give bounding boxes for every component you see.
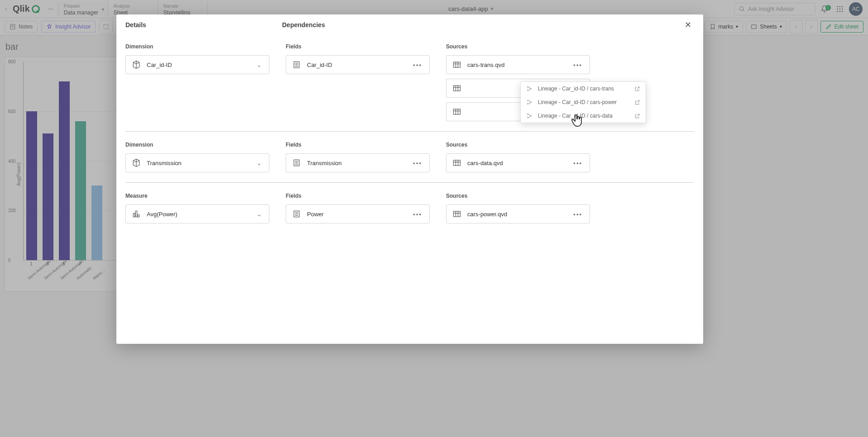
measure-icon xyxy=(131,209,141,219)
dimension-card[interactable]: Transmission⌄ xyxy=(125,153,269,172)
open-external-icon[interactable] xyxy=(634,86,640,92)
field-icon xyxy=(292,60,302,70)
card-text: Power xyxy=(307,211,406,218)
field-card[interactable]: Transmission••• xyxy=(286,153,430,172)
cube-icon xyxy=(131,60,141,70)
card-text: Transmission xyxy=(307,160,406,166)
lineage-text: Lineage - Car_id-ID / cars-data xyxy=(538,113,630,119)
table-icon xyxy=(452,158,462,168)
source-card[interactable]: cars-data.qvd••• xyxy=(446,153,590,172)
fields-label: Fields xyxy=(286,43,430,50)
lineage-popup: Lineage - Car_id-ID / cars-transLineage … xyxy=(520,81,646,123)
lineage-menu-item[interactable]: Lineage - Car_id-ID / cars-trans xyxy=(521,82,646,95)
card-text: cars-data.qvd xyxy=(467,160,566,166)
svg-rect-20 xyxy=(454,62,460,67)
lineage-icon xyxy=(526,113,533,119)
svg-rect-24 xyxy=(454,86,460,91)
lineage-text: Lineage - Car_id-ID / cars-trans xyxy=(538,86,630,92)
measure-card[interactable]: Avg(Power)⌄ xyxy=(125,204,269,223)
dimension-card[interactable]: Car_id-ID⌄ xyxy=(125,55,269,74)
source-more-button[interactable]: ••• xyxy=(571,60,584,70)
lineage-icon xyxy=(526,99,533,105)
svg-point-55 xyxy=(527,117,528,118)
fields-label: Fields xyxy=(286,142,430,148)
fields-label: Fields xyxy=(286,193,430,199)
dialog-details-label: Details xyxy=(125,21,282,28)
svg-point-48 xyxy=(527,86,528,87)
source-card[interactable]: cars-trans.qvd••• xyxy=(446,55,590,74)
svg-point-52 xyxy=(527,103,528,104)
lineage-text: Lineage - Car_id-ID / cars-power xyxy=(538,99,630,105)
card-text: Car_id-ID xyxy=(307,62,406,68)
dialog-body: DimensionCar_id-ID⌄FieldsCar_id-ID•••Sou… xyxy=(116,35,703,242)
card-text: cars-power.qvd xyxy=(467,211,566,218)
svg-point-51 xyxy=(527,100,528,101)
lineage-menu-item[interactable]: Lineage - Car_id-ID / cars-data xyxy=(521,109,646,123)
source-more-button[interactable]: ••• xyxy=(571,209,584,219)
open-external-icon[interactable] xyxy=(634,100,640,105)
svg-point-49 xyxy=(527,90,528,90)
field-card[interactable]: Power••• xyxy=(286,204,430,223)
source-card[interactable]: cars-power.qvd••• xyxy=(446,204,590,223)
chevron-down-icon[interactable]: ⌄ xyxy=(255,60,264,70)
sources-label: Sources xyxy=(446,193,590,199)
svg-rect-44 xyxy=(454,211,460,217)
dimension-label: Dimension xyxy=(125,142,269,148)
dialog-dependencies-label: Dependencies xyxy=(282,21,325,28)
card-text: Avg(Power) xyxy=(147,211,249,218)
table-icon xyxy=(452,107,462,117)
dialog-close-button[interactable]: ✕ xyxy=(681,19,694,31)
chevron-down-icon[interactable]: ⌄ xyxy=(255,158,264,168)
card-text: Transmission xyxy=(147,160,249,166)
dimension-label: Dimension xyxy=(125,43,269,50)
cube-icon xyxy=(131,158,141,168)
field-more-button[interactable]: ••• xyxy=(411,60,424,70)
table-icon xyxy=(452,60,462,70)
svg-rect-28 xyxy=(454,109,460,114)
card-text: cars-trans.qvd xyxy=(467,62,566,68)
details-dialog: Details Dependencies ✕ DimensionCar_id-I… xyxy=(116,14,703,344)
sources-label: Sources xyxy=(446,142,590,148)
field-icon xyxy=(292,158,302,168)
lineage-icon xyxy=(526,86,533,92)
dependency-row: DimensionTransmission⌄FieldsTransmission… xyxy=(125,131,694,182)
svg-point-54 xyxy=(527,114,528,114)
sources-label: Sources xyxy=(446,43,590,50)
svg-rect-36 xyxy=(454,160,460,166)
chevron-down-icon[interactable]: ⌄ xyxy=(255,209,264,219)
field-more-button[interactable]: ••• xyxy=(411,209,424,219)
table-icon xyxy=(452,83,462,93)
card-text: Car_id-ID xyxy=(147,62,249,68)
field-icon xyxy=(292,209,302,219)
field-more-button[interactable]: ••• xyxy=(411,158,424,168)
source-more-button[interactable]: ••• xyxy=(571,158,584,168)
dimension-label: Measure xyxy=(125,193,269,199)
dependency-row: MeasureAvg(Power)⌄FieldsPower•••Sourcesc… xyxy=(125,182,694,233)
field-card[interactable]: Car_id-ID••• xyxy=(286,55,430,74)
dialog-header: Details Dependencies ✕ xyxy=(116,14,703,35)
lineage-menu-item[interactable]: Lineage - Car_id-ID / cars-power xyxy=(521,95,646,109)
table-icon xyxy=(452,209,462,219)
open-external-icon[interactable] xyxy=(634,113,640,119)
